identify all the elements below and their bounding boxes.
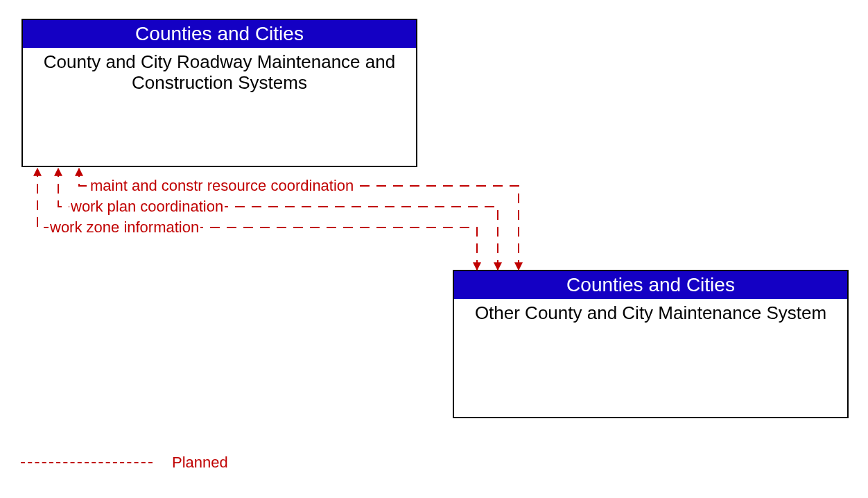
flow-label-f3: work zone information <box>49 218 200 237</box>
entity-bottom-header: Counties and Cities <box>454 271 847 299</box>
legend-line-planned <box>21 462 153 463</box>
flow-label-f1: maint and constr resource coordination <box>89 177 355 195</box>
entity-top-header: Counties and Cities <box>23 20 416 48</box>
entity-box-top: Counties and Cities County and City Road… <box>21 19 417 167</box>
entity-top-body: County and City Roadway Maintenance and … <box>23 48 416 98</box>
legend: Planned <box>21 454 228 472</box>
flow-label-f2: work plan coordination <box>69 198 225 216</box>
entity-bottom-body: Other County and City Maintenance System <box>454 299 847 328</box>
legend-label-planned: Planned <box>172 454 228 472</box>
entity-box-bottom: Counties and Cities Other County and Cit… <box>453 270 849 418</box>
